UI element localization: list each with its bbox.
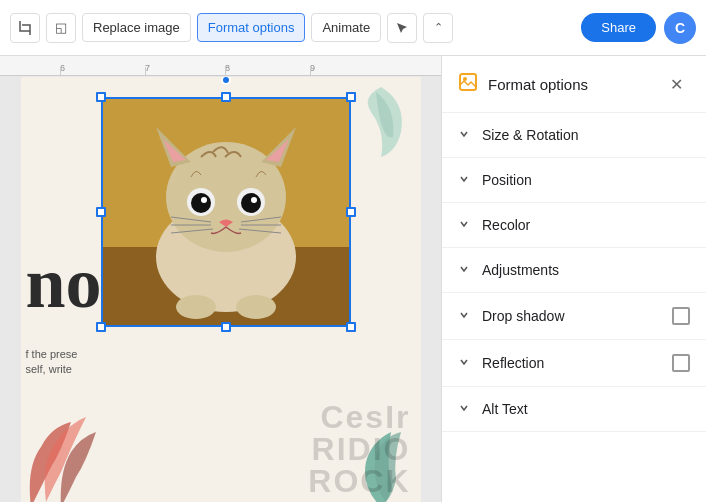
animate-button[interactable]: Animate	[311, 13, 381, 42]
handle-bottom-left[interactable]	[96, 322, 106, 332]
toolbar-left-group: ◱ Replace image Format options Animate ⌃	[10, 13, 453, 43]
share-button[interactable]: Share	[581, 13, 656, 42]
handle-middle-right[interactable]	[346, 207, 356, 217]
format-panel: Format options ✕ Size & RotationPosition…	[441, 56, 706, 502]
format-options-button[interactable]: Format options	[197, 13, 306, 42]
crop-tool-btn[interactable]	[10, 13, 40, 43]
slide-large-text: no	[26, 247, 102, 319]
ruler: 6 7 8 9	[0, 56, 441, 76]
panel-item-adjustments[interactable]: Adjustments	[442, 248, 706, 293]
pointer-tool-btn[interactable]	[387, 13, 417, 43]
panel-items-list: Size & RotationPositionRecolorAdjustment…	[442, 113, 706, 432]
panel-item-position[interactable]: Position	[442, 158, 706, 203]
chevron-icon-alt-text	[458, 401, 470, 417]
handle-bottom-right[interactable]	[346, 322, 356, 332]
handle-top-right[interactable]	[346, 92, 356, 102]
selection-border	[101, 97, 351, 327]
slide-canvas: no f the prese self, write	[0, 81, 441, 502]
checkbox-reflection[interactable]	[672, 354, 690, 372]
watermark-line2: RIDIO	[308, 433, 410, 465]
toolbar-right-group: Share C	[581, 12, 696, 44]
chevron-icon-reflection	[458, 355, 470, 371]
deco-bottom-left	[21, 407, 101, 503]
chevron-icon-position	[458, 172, 470, 188]
panel-item-label-reflection: Reflection	[482, 355, 660, 371]
handle-top-left[interactable]	[96, 92, 106, 102]
panel-header: Format options ✕	[442, 56, 706, 113]
panel-item-label-adjustments: Adjustments	[482, 262, 690, 278]
panel-title: Format options	[488, 76, 652, 93]
panel-item-label-position: Position	[482, 172, 690, 188]
avatar[interactable]: C	[664, 12, 696, 44]
selected-image-container[interactable]	[101, 97, 351, 327]
panel-item-label-drop-shadow: Drop shadow	[482, 308, 660, 324]
slide[interactable]: no f the prese self, write	[21, 77, 421, 503]
replace-image-button[interactable]: Replace image	[82, 13, 191, 42]
chevron-icon-adjustments	[458, 262, 470, 278]
handle-bottom-center[interactable]	[221, 322, 231, 332]
panel-item-drop-shadow[interactable]: Drop shadow	[442, 293, 706, 340]
handle-rotate[interactable]	[221, 77, 231, 85]
chevron-icon-drop-shadow	[458, 308, 470, 324]
main-toolbar: ◱ Replace image Format options Animate ⌃…	[0, 0, 706, 56]
slide-body-text: f the prese self, write	[26, 347, 96, 378]
panel-item-alt-text[interactable]: Alt Text	[442, 387, 706, 432]
deco-top-right	[351, 82, 411, 162]
frame-tool-btn[interactable]: ◱	[46, 13, 76, 43]
more-options-btn[interactable]: ⌃	[423, 13, 453, 43]
chevron-icon-recolor	[458, 217, 470, 233]
panel-icon	[458, 72, 478, 97]
panel-item-size-rotation[interactable]: Size & Rotation	[442, 113, 706, 158]
watermark-line3: ROCK	[308, 465, 410, 497]
panel-item-reflection[interactable]: Reflection	[442, 340, 706, 387]
panel-item-label-size-rotation: Size & Rotation	[482, 127, 690, 143]
checkbox-drop-shadow[interactable]	[672, 307, 690, 325]
panel-close-button[interactable]: ✕	[662, 70, 690, 98]
panel-item-label-alt-text: Alt Text	[482, 401, 690, 417]
handle-middle-left[interactable]	[96, 207, 106, 217]
ruler-marks: 6 7 8 9	[0, 56, 441, 75]
panel-item-recolor[interactable]: Recolor	[442, 203, 706, 248]
main-content: 6 7 8 9	[0, 56, 706, 502]
chevron-icon-size-rotation	[458, 127, 470, 143]
handle-top-center[interactable]	[221, 92, 231, 102]
watermark: CesIr RIDIO ROCK	[308, 401, 410, 497]
canvas-area: 6 7 8 9	[0, 56, 441, 502]
watermark-line1: CesIr	[308, 401, 410, 433]
panel-item-label-recolor: Recolor	[482, 217, 690, 233]
